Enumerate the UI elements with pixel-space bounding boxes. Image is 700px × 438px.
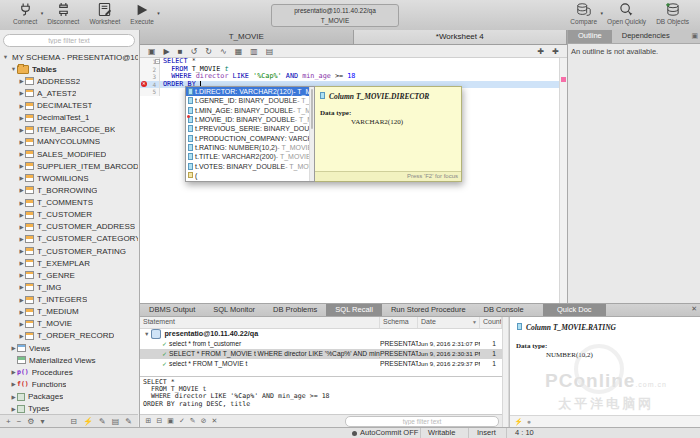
undo-icon[interactable]: ↺ <box>191 47 198 56</box>
tree-item-pkg[interactable]: ▶Types <box>0 403 138 415</box>
completion-item[interactable]: t.DIRECTOR : VARCHAR2(120) - T_MOVIE <box>186 87 314 96</box>
execute-button[interactable]: Execute▾ <box>130 2 154 25</box>
tree-expand-icon[interactable]: ▶ <box>18 297 25 303</box>
tree-expand-icon[interactable]: ▶ <box>18 90 25 96</box>
recall-filter-input[interactable] <box>345 416 499 427</box>
tree-expand-icon[interactable]: ▶ <box>18 309 25 315</box>
tree-expand-icon[interactable]: ▶ <box>18 236 25 242</box>
tree-item-table[interactable]: ▶T_MOVIE <box>0 318 138 330</box>
tab-run-stored-procedure[interactable]: Run Stored Procedure <box>382 304 475 316</box>
settings-icon[interactable]: ⚙ <box>27 417 34 426</box>
tree-expand-icon[interactable]: ▶ <box>18 248 25 254</box>
tab-quick-doc[interactable]: Quick Doc <box>543 304 606 316</box>
completion-item[interactable]: t.PREVIOUS_SERIE : BINARY_DOUBLE - T_MOV… <box>186 124 314 133</box>
tree-item-table[interactable]: ▶A_ATEST2 <box>0 87 138 99</box>
tree-expand-icon[interactable]: ▶ <box>18 200 25 206</box>
tree-item-tables[interactable]: ▼Tables <box>0 63 138 75</box>
completion-item[interactable]: * <box>186 180 314 182</box>
disable-icon[interactable]: ⊘ <box>201 417 207 425</box>
disconnect-button[interactable]: Disconnect <box>47 2 79 25</box>
tab-sql-monitor[interactable]: SQL Monitor <box>204 304 264 316</box>
table-view-icon[interactable]: ▤ <box>112 417 120 426</box>
copy-icon[interactable]: ▣ <box>167 417 174 425</box>
tree-item-table[interactable]: ▶T_INTEGERS <box>0 294 138 306</box>
tree-item-table[interactable]: ▶T_COMMENTS <box>0 197 138 209</box>
tree-expand-icon[interactable]: ▶ <box>18 187 25 193</box>
completion-item[interactable]: t.RATING : NUMBER(10,2) - T_MOVIE <box>186 143 314 152</box>
tab-dependencies[interactable]: Dependencies <box>612 30 680 43</box>
tree-item-view[interactable]: ▶Views <box>0 342 138 354</box>
tree-expand-icon[interactable]: ▶ <box>18 260 25 266</box>
hide-panel-icon[interactable]: ▣ <box>691 32 698 40</box>
tab-sql-recall[interactable]: SQL Recall <box>326 304 382 316</box>
sync-icon[interactable]: ⚡ <box>83 417 93 426</box>
tree-item-table[interactable]: ▶MANYCOLUMNS <box>0 136 138 148</box>
completion-item[interactable]: t.VOTES : BINARY_DOUBLE - T_MOVIE <box>186 161 314 170</box>
tree-expand-icon[interactable]: ▶ <box>10 345 17 351</box>
completion-item[interactable]: t.MOVIE_ID : BINARY_DOUBLE - T_MOVIE <box>186 115 314 124</box>
expand-all-icon[interactable]: ⊞ <box>146 417 152 425</box>
tree-expand-icon[interactable]: ▼ <box>2 54 9 60</box>
tree-expand-icon[interactable]: ▶ <box>18 224 25 230</box>
filter-check-icon[interactable]: ✓ <box>179 417 185 425</box>
tree-item-pkg[interactable]: ▶Packages <box>0 391 138 403</box>
tree-item-proc[interactable]: ▶p()Procedures <box>0 366 138 378</box>
pencil-icon[interactable]: ✎ <box>125 417 132 426</box>
writable-indicator[interactable]: Writable <box>428 428 455 438</box>
tree-item-table[interactable]: ▶T_CUSTOMER_RATING <box>0 245 138 257</box>
recall-row[interactable]: ✓select * FROM T_MOVIE tPRESENTATIONJun … <box>140 359 502 369</box>
results-form-icon[interactable]: ▤ <box>266 47 274 56</box>
tree-item-func[interactable]: ▶f()Functions <box>0 378 138 390</box>
add-icon[interactable]: + <box>6 417 11 426</box>
col-date[interactable]: Date▼ <box>418 317 480 328</box>
connection-icon[interactable]: ∿ <box>220 47 227 56</box>
tree-item-mview[interactable]: Materialized Views <box>0 354 138 366</box>
tab-db-problems[interactable]: DB Problems <box>264 304 326 316</box>
settings-dot-icon[interactable]: ● <box>527 418 531 426</box>
completion-scrollbar[interactable] <box>309 87 314 181</box>
completion-list[interactable]: t.DIRECTOR : VARCHAR2(120) - T_MOVIEt.GE… <box>185 86 315 182</box>
tree-expand-icon[interactable]: ▼ <box>144 329 149 339</box>
error-stripe-mark[interactable] <box>561 77 566 82</box>
collapse-all-icon[interactable]: ⊟ <box>70 417 77 426</box>
completion-item[interactable]: t.TITLE : VARCHAR2(200) - T_MOVIE <box>186 152 314 161</box>
recall-group-row[interactable]: ▼presentatio@10.11.40.22/qa <box>140 329 502 339</box>
tree-expand-icon[interactable]: ▶ <box>18 78 25 84</box>
tree-expand-icon[interactable]: ▶ <box>10 381 17 387</box>
tree-item-table[interactable]: ▶T_ORDER_RECORD <box>0 330 138 342</box>
tree-expand-icon[interactable]: ▶ <box>18 284 25 290</box>
tree-item-table[interactable]: ▶SUPPLIER_ITEM_BARCODE_BK <box>0 160 138 172</box>
nav-back-icon[interactable]: ✚ <box>538 47 545 56</box>
recall-row[interactable]: ✓SELECT * FROM T_MOVIE t WHERE director … <box>140 349 502 359</box>
edit-icon[interactable]: ✎ <box>99 417 106 426</box>
tree-expand-icon[interactable]: ▶ <box>18 115 25 121</box>
tree-expand-icon[interactable]: ▶ <box>18 163 25 169</box>
results-grid-icon[interactable]: ▦ <box>235 47 243 56</box>
run-config-icon[interactable]: ▣ <box>148 47 156 56</box>
redo-icon[interactable]: ↻ <box>205 47 212 56</box>
col-statement[interactable]: Statement <box>140 317 380 328</box>
compare-button[interactable]: Compare▾ <box>570 2 597 25</box>
dropdown-caret-icon[interactable]: ▾ <box>41 417 45 426</box>
edit-icon[interactable]: ✎ <box>190 417 196 425</box>
tree-expand-icon[interactable]: ▼ <box>10 66 17 72</box>
tree-item-table[interactable]: ▶DecimalTest_1 <box>0 112 138 124</box>
run-icon[interactable]: ▶ <box>164 47 170 56</box>
completion-item[interactable]: t.MIN_AGE : BINARY_DOUBLE - T_MOVIE <box>186 106 314 115</box>
insert-mode-indicator[interactable]: Insert <box>477 428 496 438</box>
nav-forward-icon[interactable]: ✚ <box>552 47 559 56</box>
recall-row[interactable]: ✓select * from t_customerPRESENTATIONJun… <box>140 339 502 349</box>
worksheet-button[interactable]: Worksheet <box>89 2 120 25</box>
autocommit-toggle[interactable]: AutoCommit OFF <box>352 428 418 438</box>
tree-expand-icon[interactable]: ▶ <box>18 139 25 145</box>
tree-expand-icon[interactable]: ▶ <box>18 212 25 218</box>
open-quickly-button[interactable]: Open Quickly <box>607 2 646 25</box>
stop-icon[interactable]: ■ <box>178 47 183 56</box>
tree-item-table[interactable]: ▶DECIMALTEST <box>0 100 138 112</box>
db-objects-button[interactable]: DB Objects <box>656 2 689 25</box>
tree-expand-icon[interactable]: ▶ <box>10 394 17 400</box>
fold-icon[interactable]: − <box>155 59 160 64</box>
editor-scrollbar[interactable] <box>559 58 567 303</box>
results-split-icon[interactable]: ▥ <box>250 47 258 56</box>
delete-icon[interactable]: ✕ <box>212 417 218 425</box>
